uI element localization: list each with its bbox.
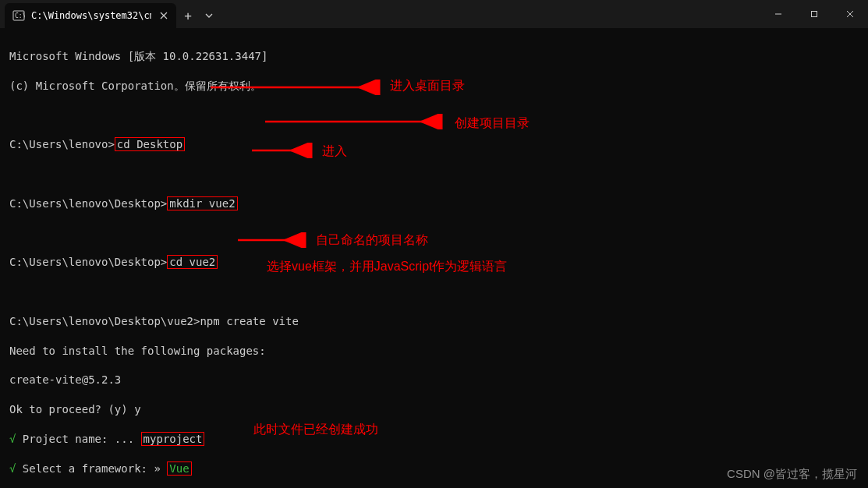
new-tab-button[interactable]: + — [176, 3, 200, 28]
annotation: 创建项目目录 — [455, 115, 530, 132]
close-icon[interactable] — [158, 9, 170, 22]
terminal-line: Need to install the following packages: — [9, 344, 859, 359]
annotation: 进入 — [322, 143, 347, 160]
terminal-line: Microsoft Windows [版本 10.0.22631.3447] — [9, 49, 859, 64]
titlebar: C:\ C:\Windows\system32\cmd.ex + — [0, 0, 868, 28]
annotation: 此时文件已经创建成功 — [253, 422, 378, 438]
terminal-line: √ Project name: ... myproject — [9, 432, 859, 447]
highlighted-command: cd vue2 — [167, 255, 218, 269]
annotation: 选择vue框架，并用JavaScript作为逻辑语言 — [267, 259, 508, 275]
tab-strip: C:\ C:\Windows\system32\cmd.ex + — [0, 0, 760, 28]
highlighted-value: myproject — [141, 432, 205, 446]
terminal-line — [9, 285, 859, 299]
terminal-line — [9, 226, 859, 241]
terminal-line: C:\Users\lenovo>cd Desktop — [9, 137, 859, 152]
terminal-line: C:\Users\lenovo\Desktop\vue2>npm create … — [9, 314, 859, 329]
svg-text:C:\: C:\ — [15, 12, 25, 19]
svg-rect-2 — [812, 12, 817, 17]
cmd-icon: C:\ — [12, 9, 25, 22]
maximize-button[interactable] — [796, 0, 832, 28]
close-button[interactable] — [832, 0, 868, 28]
terminal-line — [9, 108, 859, 122]
terminal-content[interactable]: Microsoft Windows [版本 10.0.22631.3447] (… — [0, 28, 868, 488]
minimize-button[interactable] — [760, 0, 796, 28]
terminal-line — [9, 167, 859, 182]
window-controls — [760, 0, 868, 28]
highlighted-value: Vue — [167, 461, 191, 476]
tab-cmd[interactable]: C:\ C:\Windows\system32\cmd.ex — [5, 3, 176, 28]
tab-title: C:\Windows\system32\cmd.ex — [31, 10, 151, 21]
terminal-line: Ok to proceed? (y) y — [9, 402, 859, 417]
tab-dropdown-button[interactable] — [200, 3, 218, 28]
annotation: 进入桌面目录 — [390, 78, 465, 94]
highlighted-command: mkdir vue2 — [167, 196, 237, 210]
terminal-line: C:\Users\lenovo\Desktop>mkdir vue2 — [9, 196, 859, 211]
terminal-line: create-vite@5.2.3 — [9, 373, 859, 387]
annotation: 自己命名的项目名称 — [316, 232, 428, 249]
highlighted-command: cd Desktop — [115, 137, 185, 151]
watermark: CSDN @皆过客，揽星河 — [727, 467, 857, 482]
